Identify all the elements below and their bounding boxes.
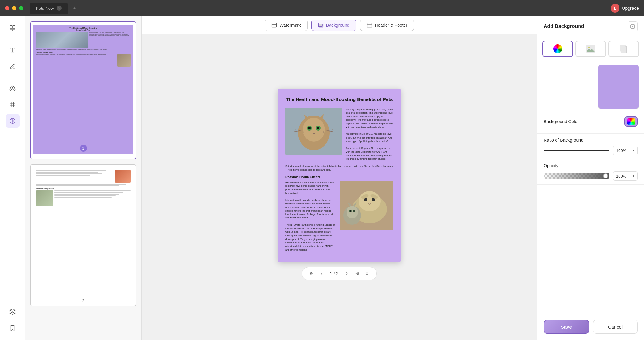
ratio-slider-track[interactable] <box>544 150 609 151</box>
ratio-value-select[interactable]: 100% ▼ <box>613 146 638 155</box>
page-thumb-2[interactable]: Animals Helping People 2 <box>30 164 136 307</box>
current-tab[interactable]: Pets-New ✕ <box>30 3 68 14</box>
nav-first-button[interactable] <box>307 269 316 278</box>
save-button[interactable]: Save <box>544 320 589 334</box>
toolbar: Watermark Background <box>142 16 537 34</box>
page-slash: / <box>334 271 335 276</box>
sidebar-divider-1 <box>7 39 18 39</box>
svg-rect-4 <box>10 102 15 107</box>
tab-header-footer[interactable]: Header & Footer <box>360 20 414 31</box>
opacity-dropdown-arrow: ▼ <box>632 174 635 178</box>
close-button[interactable] <box>5 6 9 10</box>
ratio-dropdown-arrow: ▼ <box>632 149 635 152</box>
ratio-value: 100% <box>616 148 626 153</box>
total-pages: 2 <box>336 271 339 276</box>
panel-export-button[interactable] <box>628 21 638 31</box>
bg-type-color[interactable] <box>542 41 573 57</box>
tab-close-icon[interactable]: ✕ <box>57 6 62 11</box>
opacity-overlay <box>544 173 609 179</box>
ratio-slider-fill <box>544 150 609 151</box>
svg-rect-15 <box>367 23 372 27</box>
svg-point-35 <box>372 198 375 201</box>
doc-bottom-section: Research on human-animal interactions is… <box>285 181 393 252</box>
document-page: The Health and Mood-Boosting Benefits of… <box>278 89 401 262</box>
bg-type-tabs <box>537 37 644 61</box>
svg-point-52 <box>588 47 590 48</box>
minimize-button[interactable] <box>12 6 16 10</box>
bg-type-document[interactable] <box>608 41 639 57</box>
ratio-label-row: Ratio of Background <box>544 138 638 143</box>
traffic-lights <box>5 6 23 10</box>
tab-watermark[interactable]: Watermark <box>265 20 308 31</box>
sidebar-icon-text[interactable] <box>6 43 20 57</box>
sidebar-icon-layers-stack[interactable] <box>6 305 20 319</box>
nav-more-button[interactable] <box>363 269 371 278</box>
save-cancel-row: Save Cancel <box>537 314 644 340</box>
svg-point-20 <box>303 118 325 142</box>
page-thumb-1[interactable]: The Health and Mood-BoostingBenefits of … <box>30 21 136 159</box>
sidebar-icon-background[interactable] <box>6 114 20 128</box>
tab-title: Pets-New <box>36 6 54 11</box>
page-2-number: 2 <box>33 299 133 303</box>
tab-background[interactable]: Background <box>311 20 356 31</box>
pages-panel: The Health and Mood-BoostingBenefits of … <box>25 16 142 340</box>
dog-image <box>340 181 393 230</box>
sidebar-divider-2 <box>7 77 18 77</box>
user-avatar: L <box>611 4 619 13</box>
color-swatch-preview <box>598 65 639 109</box>
doc-title: The Health and Mood-Boosting Benefits of… <box>285 96 393 103</box>
title-tabs: Pets-New ✕ + <box>30 0 79 16</box>
sidebar-icon-bookmark[interactable] <box>6 321 20 335</box>
sidebar-icon-edit[interactable] <box>6 60 20 73</box>
add-tab-button[interactable]: + <box>71 4 79 12</box>
bg-color-text: Background Color <box>544 119 579 124</box>
watermark-icon <box>271 22 277 28</box>
cat-image <box>285 108 342 155</box>
svg-point-42 <box>350 210 351 212</box>
ratio-label-text: Ratio of Background <box>544 138 584 143</box>
upgrade-label: Upgrade <box>622 6 639 11</box>
doc-intro-text: Nothing compares to the joy of coming ho… <box>346 108 393 161</box>
svg-rect-2 <box>10 29 12 31</box>
cancel-button[interactable]: Cancel <box>593 320 638 334</box>
nav-prev-button[interactable] <box>317 269 326 278</box>
svg-point-23 <box>308 127 311 129</box>
opacity-label-row: Opacity <box>544 163 638 168</box>
main-layout: The Health and Mood-BoostingBenefits of … <box>0 16 644 340</box>
svg-rect-3 <box>13 29 15 31</box>
header-footer-icon <box>367 22 372 28</box>
right-panel-title: Add Background <box>544 24 584 29</box>
maximize-button[interactable] <box>19 6 23 10</box>
opacity-value-select[interactable]: 100% ▼ <box>613 171 638 181</box>
tab-header-footer-label: Header & Footer <box>375 23 408 28</box>
nav-next-button[interactable] <box>342 269 351 278</box>
nav-last-button[interactable] <box>353 269 361 278</box>
page-2-preview: Animals Helping People <box>33 167 133 297</box>
color-picker-button[interactable] <box>624 116 638 127</box>
opacity-thumb <box>603 173 608 178</box>
doc-canvas: The Health and Mood-Boosting Benefits of… <box>270 34 408 340</box>
right-panel: Add Background <box>537 16 644 340</box>
sidebar-bottom <box>6 305 20 335</box>
sidebar-icon-layers[interactable] <box>6 81 20 95</box>
sidebar-icon-pages[interactable] <box>6 21 20 35</box>
bg-type-image[interactable] <box>575 41 606 57</box>
svg-rect-10 <box>272 23 276 27</box>
ratio-section: Ratio of Background 100% ▼ <box>537 134 644 159</box>
svg-point-43 <box>353 210 355 212</box>
left-sidebar <box>0 16 25 340</box>
bg-color-section: Background Color <box>537 113 644 134</box>
color-preview-area <box>537 61 644 113</box>
color-gradient-icon <box>553 44 562 53</box>
opacity-slider-track[interactable] <box>544 173 609 179</box>
opacity-value: 100% <box>616 174 626 178</box>
doc-section-title: Possible Health Effects <box>285 175 393 179</box>
background-icon <box>318 22 324 28</box>
svg-rect-1 <box>13 26 15 29</box>
sidebar-icon-table[interactable] <box>6 98 20 111</box>
current-page: 1 <box>330 271 332 276</box>
opacity-label-text: Opacity <box>544 163 558 168</box>
svg-point-39 <box>347 206 358 218</box>
upgrade-button[interactable]: L Upgrade <box>611 4 639 13</box>
tab-background-label: Background <box>326 23 350 28</box>
